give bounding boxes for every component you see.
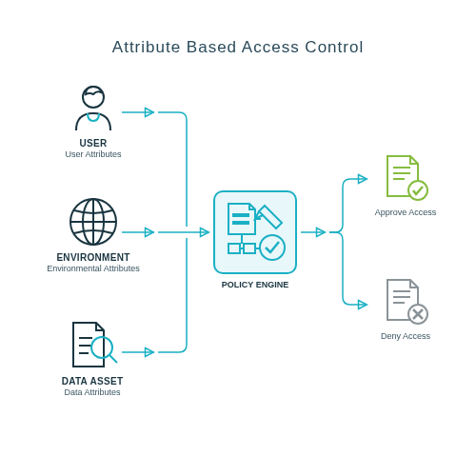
node-approve: Approve Access	[358, 152, 453, 217]
data-asset-icon	[40, 319, 145, 372]
svg-rect-11	[232, 221, 249, 225]
node-environment: ENVIRONMENT Environmental Attributes	[27, 195, 160, 273]
approve-label: Approve Access	[358, 208, 453, 217]
data-asset-title: DATA ASSET	[40, 376, 145, 387]
environment-title: ENVIRONMENT	[27, 252, 160, 263]
node-deny: Deny Access	[358, 276, 453, 341]
user-subtitle: User Attributes	[46, 149, 141, 159]
environment-subtitle: Environmental Attributes	[27, 264, 160, 273]
node-user: USER User Attributes	[46, 81, 141, 159]
svg-rect-14	[228, 244, 240, 253]
svg-point-8	[91, 337, 112, 358]
policy-engine-label: POLICY ENGINE	[203, 280, 307, 289]
policy-engine-icon	[219, 196, 291, 268]
diagram-title: Attribute Based Access Control	[0, 38, 476, 57]
approve-icon	[358, 152, 453, 204]
svg-rect-10	[232, 213, 249, 217]
user-title: USER	[46, 138, 141, 149]
user-icon	[46, 81, 141, 134]
deny-label: Deny Access	[358, 331, 453, 341]
node-data-asset: DATA ASSET Data Attributes	[40, 319, 145, 397]
svg-rect-15	[244, 244, 255, 253]
deny-icon	[358, 276, 453, 327]
globe-icon	[27, 195, 160, 248]
svg-line-9	[109, 355, 117, 363]
svg-point-17	[260, 235, 285, 260]
data-asset-subtitle: Data Attributes	[40, 387, 145, 397]
node-policy-engine: POLICY ENGINE	[203, 190, 307, 289]
policy-engine-box	[213, 190, 297, 274]
